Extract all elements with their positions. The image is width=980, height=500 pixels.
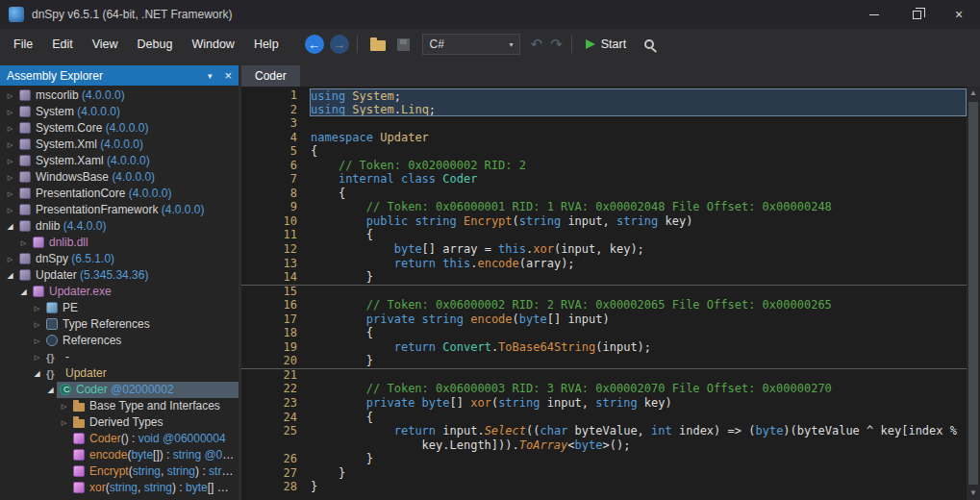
tree-row[interactable]: ▷dnlib.dll [0, 235, 239, 251]
expander-closed-icon[interactable]: ▷ [58, 403, 70, 411]
assembly-icon [19, 253, 31, 264]
tree-row[interactable]: ▷Type References [0, 316, 239, 333]
expander-closed-icon[interactable]: ▷ [4, 190, 16, 198]
line-number: 9 [241, 200, 297, 214]
expander-closed-icon[interactable]: ▷ [4, 174, 16, 182]
code-editor[interactable]: 1using System;2using System.Linq;34names… [241, 87, 980, 500]
tree-row[interactable]: Encrypt(string, string) : string @060000… [0, 463, 239, 480]
code-row: 19 return Convert.ToBase64String(input); [241, 340, 967, 355]
tree-row[interactable]: ▷System.Xaml (4.0.0.0) [0, 153, 239, 169]
expander-closed-icon[interactable]: ▷ [4, 207, 16, 214]
expander-open-icon[interactable]: ◢ [4, 271, 16, 280]
tab-coder[interactable]: Coder [241, 65, 300, 87]
assembly-tree[interactable]: ▷mscorlib (4.0.0.0)▷System (4.0.0.0)▷Sys… [0, 86, 239, 500]
tree-row[interactable]: ◢Updater (5.345.34.36) [0, 267, 239, 284]
tree-row[interactable]: ◢Coder @02000002 [0, 382, 239, 398]
undo-button[interactable]: ↶ [531, 36, 543, 53]
tree-item-label: Coder @02000002 [57, 382, 239, 398]
navigate-back-button[interactable]: ← [305, 35, 324, 54]
folder-icon [73, 419, 85, 428]
tree-row[interactable]: ◢dnlib (4.4.0.0) [0, 218, 239, 235]
tree-item-label: dnlib (4.4.0.0) [16, 218, 239, 235]
line-number: 14 [241, 270, 297, 285]
code-row: 8 { [241, 187, 967, 201]
code-row: 6 // Token: 0x02000002 RID: 2 [241, 159, 967, 173]
tree-row[interactable]: ▷References [0, 333, 239, 349]
tree-row[interactable]: ▷- [0, 349, 239, 365]
menu-file[interactable]: File [4, 29, 42, 60]
code-text: namespace Updater [311, 131, 967, 145]
module-icon [33, 286, 44, 297]
expander-closed-icon[interactable]: ▷ [4, 92, 16, 100]
assembly-icon [19, 138, 31, 150]
tree-row[interactable]: ▷PresentationCore (4.0.0.0) [0, 186, 239, 202]
menu-view[interactable]: View [83, 29, 128, 60]
tree-row[interactable]: Coder() : void @06000004 [0, 431, 239, 447]
restore-button[interactable] [895, 0, 938, 29]
tree-row[interactable]: encode(byte[]) : string @06000002 [0, 447, 239, 463]
tree-row[interactable]: ▷System.Xml (4.0.0.0) [0, 137, 239, 153]
line-number: 20 [241, 354, 297, 368]
scrollbar-thumb[interactable] [968, 102, 978, 485]
expander-closed-icon[interactable]: ▷ [58, 419, 70, 427]
expander-closed-icon[interactable]: ▷ [31, 354, 43, 362]
panel-close-icon[interactable]: × [224, 68, 232, 83]
expander-open-icon[interactable]: ◢ [4, 222, 16, 231]
close-button[interactable]: × [938, 0, 980, 29]
panel-menu-caret-icon[interactable]: ▾ [208, 71, 213, 81]
menu-help[interactable]: Help [244, 29, 289, 60]
menu-edit[interactable]: Edit [42, 29, 83, 60]
expander-open-icon[interactable]: ◢ [31, 369, 43, 378]
back-arrow-icon: ← [308, 38, 320, 52]
code-text: public string Encrypt(string input, stri… [311, 214, 967, 229]
line-number: 7 [241, 172, 297, 187]
scroll-down-icon[interactable]: ▼ [969, 487, 977, 500]
tree-row[interactable]: ◢Updater [0, 365, 239, 382]
tree-row[interactable]: xor(string, string) : byte[] @06000003 [0, 480, 239, 496]
expander-closed-icon[interactable]: ▷ [4, 158, 16, 165]
tree-row[interactable]: ▷PresentationFramework (4.0.0.0) [0, 202, 239, 218]
tree-row[interactable]: ▷mscorlib (4.0.0.0) [0, 88, 239, 104]
open-file-button[interactable] [370, 40, 386, 51]
expander-open-icon[interactable]: ◢ [17, 288, 30, 296]
expander-closed-icon[interactable]: ▷ [4, 125, 16, 133]
tree-row[interactable]: ◢Updater.exe [0, 284, 239, 300]
tree-row[interactable]: ▷dnSpy (6.5.1.0) [0, 251, 239, 267]
tree-row[interactable]: ▷System.Core (4.0.0.0) [0, 120, 239, 137]
code-row: 10 public string Encrypt(string input, s… [241, 214, 967, 229]
code-row: 4namespace Updater [241, 131, 967, 145]
vertical-scrollbar[interactable]: ▲ ▼ [967, 87, 980, 500]
tree-item-label: Encrypt(string, string) : string @060000… [70, 463, 239, 480]
close-icon: × [955, 7, 963, 22]
expander-closed-icon[interactable]: ▷ [31, 305, 43, 312]
tree-row[interactable]: ▷Derived Types [0, 414, 239, 431]
expander-closed-icon[interactable]: ▷ [17, 239, 30, 247]
tree-row[interactable]: ▷PE [0, 300, 239, 316]
code-row: 15 [241, 285, 967, 299]
tree-item-label: Derived Types [70, 414, 239, 431]
namespace-icon [46, 367, 61, 379]
start-debugging-button[interactable]: Start [586, 38, 626, 51]
navigate-forward-button[interactable]: → [330, 35, 349, 54]
tree-row[interactable]: ▷WindowsBase (4.0.0.0) [0, 169, 239, 186]
expander-open-icon[interactable]: ◢ [44, 386, 57, 394]
tree-item-label: Updater [43, 365, 239, 382]
line-number: 4 [241, 131, 297, 145]
line-number: 11 [241, 228, 297, 242]
menu-debug[interactable]: Debug [128, 29, 183, 60]
redo-button[interactable]: ↷ [550, 36, 563, 53]
expander-closed-icon[interactable]: ▷ [4, 141, 16, 149]
code-text: } [311, 466, 967, 481]
expander-closed-icon[interactable]: ▷ [31, 338, 43, 345]
save-button[interactable] [397, 38, 410, 51]
menu-window[interactable]: Window [182, 29, 243, 60]
language-selector[interactable]: C# ▾ [422, 34, 520, 55]
tree-row[interactable]: ▷Base Type and Interfaces [0, 398, 239, 414]
expander-closed-icon[interactable]: ▷ [4, 256, 16, 263]
minimize-button[interactable] [853, 0, 895, 29]
tree-row[interactable]: ▷System (4.0.0.0) [0, 104, 239, 120]
scroll-up-icon[interactable]: ▲ [969, 87, 977, 100]
search-icon[interactable] [644, 39, 654, 49]
expander-closed-icon[interactable]: ▷ [31, 321, 43, 329]
expander-closed-icon[interactable]: ▷ [4, 109, 16, 116]
